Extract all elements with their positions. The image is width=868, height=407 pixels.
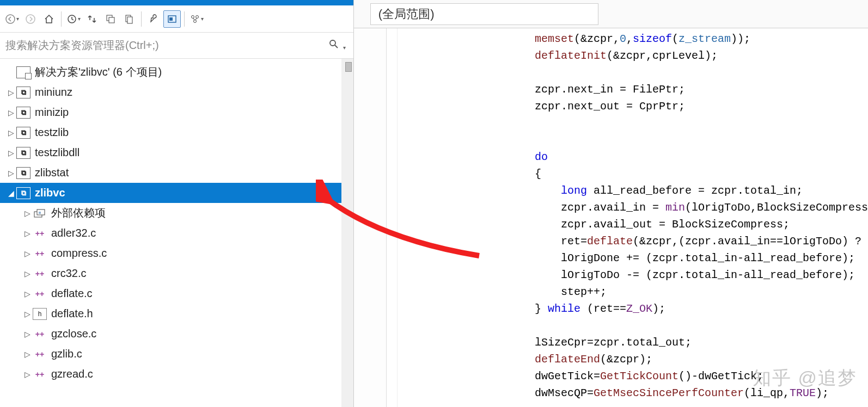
svg-point-11 bbox=[193, 20, 196, 22]
scope-bar: (全局范围) bbox=[354, 0, 868, 28]
cpp-file-icon: ++ bbox=[33, 227, 47, 239]
file-label: gzread.c bbox=[51, 368, 93, 380]
expand-toggle[interactable]: ▷ bbox=[5, 88, 16, 97]
file-node-adler32-c[interactable]: ▷++adler32.c bbox=[0, 223, 353, 243]
project-label: testzlib bbox=[35, 126, 69, 139]
project-icon: ⧉ bbox=[16, 107, 30, 119]
expand-toggle[interactable]: ▷ bbox=[5, 128, 16, 137]
show-all-files-button[interactable] bbox=[120, 10, 138, 28]
pending-changes-button[interactable]: ▾ bbox=[65, 10, 82, 28]
svg-rect-6 bbox=[127, 17, 132, 23]
search-row: ▾ bbox=[0, 33, 353, 59]
external-dependencies-label: 外部依赖项 bbox=[51, 206, 106, 220]
expand-toggle[interactable]: ▷ bbox=[22, 370, 33, 379]
expand-toggle[interactable]: ▷ bbox=[22, 350, 33, 359]
svg-point-0 bbox=[6, 15, 15, 23]
editor-gutter bbox=[354, 28, 387, 407]
project-icon: ⧉ bbox=[16, 127, 30, 139]
file-label: crc32.c bbox=[51, 267, 86, 280]
nav-back-button[interactable]: ▾ bbox=[3, 10, 21, 28]
external-dependencies-node[interactable]: ▷外部依赖项 bbox=[0, 203, 353, 223]
nav-forward-button[interactable] bbox=[22, 10, 39, 28]
toolbar-separator bbox=[184, 11, 185, 27]
project-label: miniunz bbox=[35, 86, 72, 98]
expand-toggle[interactable]: ▷ bbox=[5, 108, 16, 117]
project-label: testzlibdll bbox=[35, 146, 80, 159]
sync-button[interactable] bbox=[83, 10, 101, 28]
expand-toggle[interactable]: ▷ bbox=[5, 149, 16, 157]
file-label: gzclose.c bbox=[51, 328, 96, 340]
project-label: minizip bbox=[35, 106, 69, 119]
expand-toggle[interactable]: ▷ bbox=[5, 169, 16, 177]
project-node-testzlib[interactable]: ▷⧉testzlib bbox=[0, 122, 353, 143]
file-label: deflate.c bbox=[51, 287, 93, 300]
cpp-file-icon: ++ bbox=[33, 268, 47, 280]
solution-explorer-panel: ▾ ▾ bbox=[0, 0, 354, 407]
expand-toggle[interactable]: ▷ bbox=[22, 249, 33, 258]
file-node-compress-c[interactable]: ▷++compress.c bbox=[0, 243, 353, 263]
cpp-file-icon: ++ bbox=[33, 348, 47, 360]
expand-toggle[interactable]: ▷ bbox=[22, 229, 33, 238]
tree-scrollbar[interactable] bbox=[341, 59, 353, 407]
cpp-file-icon: ++ bbox=[33, 288, 47, 300]
code-area[interactable]: memset(&zcpr,0,sizeof(z_stream)); deflat… bbox=[398, 28, 868, 407]
solution-tree[interactable]: 解决方案'zlibvc' (6 个项目) ▷⧉miniunz▷⧉minizip▷… bbox=[0, 59, 353, 407]
expand-toggle[interactable]: ▷ bbox=[22, 310, 33, 318]
project-node-minizip[interactable]: ▷⧉minizip bbox=[0, 102, 353, 122]
search-input[interactable] bbox=[5, 39, 326, 52]
cpp-file-icon: ++ bbox=[33, 248, 47, 260]
file-label: adler32.c bbox=[51, 227, 96, 239]
file-label: deflate.h bbox=[51, 307, 93, 320]
h-file-icon: h bbox=[33, 308, 47, 320]
scope-dropdown[interactable]: (全局范围) bbox=[370, 3, 598, 25]
svg-rect-8 bbox=[169, 17, 173, 21]
view-class-diagram-button[interactable]: ▾ bbox=[188, 10, 205, 28]
cpp-file-icon: ++ bbox=[33, 368, 47, 380]
solution-node[interactable]: 解决方案'zlibvc' (6 个项目) bbox=[0, 62, 353, 82]
project-node-testzlibdll[interactable]: ▷⧉testzlibdll bbox=[0, 143, 353, 163]
preview-selected-button[interactable] bbox=[163, 10, 181, 28]
home-button[interactable] bbox=[40, 10, 58, 28]
code-editor[interactable]: memset(&zcpr,0,sizeof(z_stream)); deflat… bbox=[354, 28, 868, 407]
project-label: zlibstat bbox=[35, 166, 69, 179]
search-icon[interactable]: ▾ bbox=[326, 39, 348, 52]
project-icon: ⧉ bbox=[16, 167, 30, 179]
project-node-zlibvc[interactable]: ◢⧉zlibvc bbox=[0, 183, 353, 203]
file-node-gzclose-c[interactable]: ▷++gzclose.c bbox=[0, 324, 353, 344]
properties-button[interactable] bbox=[145, 10, 162, 28]
project-node-miniunz[interactable]: ▷⧉miniunz bbox=[0, 82, 353, 102]
file-node-deflate-c[interactable]: ▷++deflate.c bbox=[0, 283, 353, 304]
file-node-gzread-c[interactable]: ▷++gzread.c bbox=[0, 364, 353, 384]
expand-toggle[interactable]: ◢ bbox=[5, 189, 16, 198]
project-label: zlibvc bbox=[35, 187, 65, 199]
code-editor-pane: (全局范围) memset(&zcpr,0,sizeof(z_stream));… bbox=[354, 0, 868, 407]
file-label: gzlib.c bbox=[51, 348, 82, 360]
scope-label: (全局范围) bbox=[378, 7, 435, 21]
toolbar-separator bbox=[141, 11, 142, 27]
svg-point-10 bbox=[195, 15, 198, 18]
toolbar-separator bbox=[61, 11, 62, 27]
file-node-crc32-c[interactable]: ▷++crc32.c bbox=[0, 263, 353, 283]
solution-label: 解决方案'zlibvc' (6 个项目) bbox=[35, 65, 162, 79]
file-node-gzlib-c[interactable]: ▷++gzlib.c bbox=[0, 344, 353, 364]
svg-point-1 bbox=[26, 15, 35, 23]
solution-explorer-toolbar: ▾ ▾ bbox=[0, 5, 353, 33]
svg-point-12 bbox=[330, 40, 335, 46]
scrollbar-thumb[interactable] bbox=[345, 62, 352, 72]
svg-point-9 bbox=[191, 15, 194, 18]
project-node-zlibstat[interactable]: ▷⧉zlibstat bbox=[0, 163, 353, 183]
project-icon: ⧉ bbox=[16, 87, 30, 98]
references-icon bbox=[33, 207, 47, 219]
solution-icon bbox=[16, 66, 30, 78]
expand-toggle[interactable]: ▷ bbox=[22, 330, 33, 338]
project-icon: ⧉ bbox=[16, 187, 30, 199]
svg-rect-4 bbox=[109, 17, 114, 23]
expand-toggle[interactable]: ▷ bbox=[22, 209, 33, 218]
window-titlebar bbox=[0, 0, 353, 5]
watermark: 知乎 @追梦 bbox=[753, 366, 857, 391]
expand-toggle[interactable]: ▷ bbox=[22, 269, 33, 278]
file-label: compress.c bbox=[51, 247, 107, 260]
collapse-all-button[interactable] bbox=[102, 10, 119, 28]
file-node-deflate-h[interactable]: ▷hdeflate.h bbox=[0, 304, 353, 324]
expand-toggle[interactable]: ▷ bbox=[22, 289, 33, 298]
